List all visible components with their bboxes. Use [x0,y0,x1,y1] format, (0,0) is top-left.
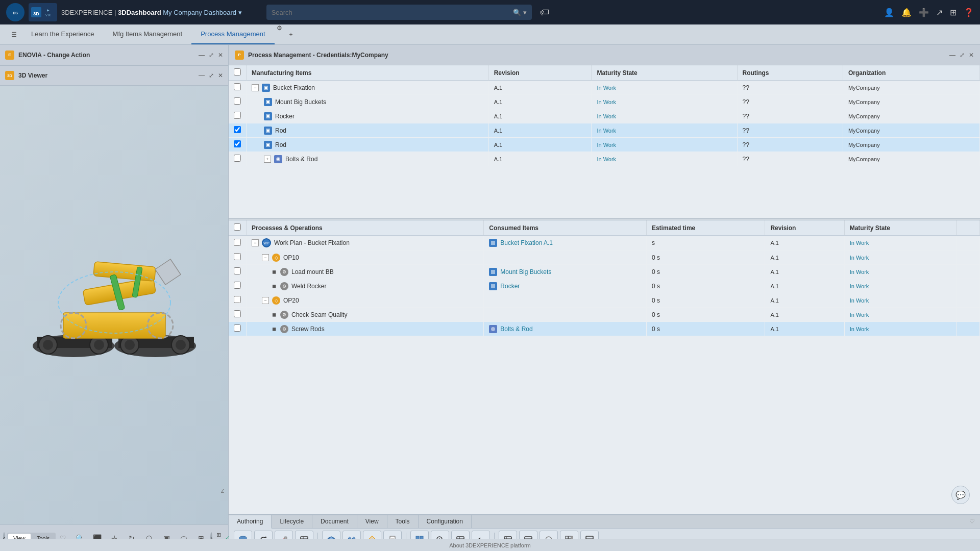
row-6-checkbox[interactable] [234,155,241,162]
row-1-collapse-btn[interactable]: − [252,84,259,91]
toolbar-tab-view[interactable]: View [357,515,387,528]
mfg-col-routings: Routings [737,65,843,81]
ds-logo[interactable]: DS [6,3,24,21]
proc-row-3-name-text: Load mount BB [291,268,334,276]
tab-learn[interactable]: Learn the Experience [22,24,104,44]
proc-row-3-consumed-link[interactable]: Mount Big Buckets [500,268,551,276]
pm-minimize-btn[interactable]: — [949,52,955,59]
proc-row-1-checkbox[interactable] [234,239,241,246]
add-icon[interactable]: ➕ [919,8,929,17]
tab-mfg[interactable]: Mfg Items Management [104,24,192,44]
proc-row-1-consumed: Bucket Fixation A.1 [484,236,647,251]
proc-row-7-checkbox[interactable] [234,324,241,332]
proc-row-5-maturity: In Work [844,293,956,308]
proc-row-6-checkbox[interactable] [234,310,241,317]
proc-row-1-time: s [646,236,765,251]
select-all-checkbox[interactable] [234,68,241,76]
svg-rect-41 [491,284,495,288]
search-bar[interactable]: 🔍 ▾ [266,5,532,20]
proc-row-5-consumed [484,293,647,308]
viewer-area[interactable]: Z [0,86,228,524]
row-4-name: Rod [247,123,489,138]
proc-row-2-collapse[interactable]: − [262,254,269,261]
dashboard-name[interactable]: My Company Dashboard [163,9,236,16]
proc-row-5-name: − ◇ OP20 [247,293,484,308]
proc-row-5-collapse[interactable]: − [262,297,269,304]
toolbar-tab-config[interactable]: Configuration [419,515,472,528]
viewer-header-actions: — ⤢ ✕ [199,72,223,79]
tab-process[interactable]: Process Management [191,24,274,44]
proc-row-6-task-indicator: ◼ [272,312,277,317]
mfg-select-all-header[interactable] [229,65,247,81]
toolbar-tab-document[interactable]: Document [312,515,357,528]
main-content: E ENOVIA - Change Action — ⤢ ✕ 3D 3D Vie… [0,45,980,551]
row-checkbox-cell[interactable] [229,81,247,95]
row-6-maturity: In Work [592,152,737,166]
proc-row-5-revision: A.1 [765,293,844,308]
row-4-checkbox[interactable] [234,126,241,133]
toolbar-tab-tools[interactable]: Tools [387,515,419,528]
toolbar-tab-lifecycle[interactable]: Lifecycle [272,515,312,528]
grid-apps-icon[interactable]: ⊞ [950,8,957,17]
pm-expand-btn[interactable]: ⤢ [960,52,965,59]
proc-row-3-consumed-icon [489,268,497,276]
user-icon[interactable]: 👤 [884,8,894,17]
proc-row-3-name: ◼ ⚙ Load mount BB [247,265,484,279]
row-1-checkbox[interactable] [234,83,241,90]
row-6-revision: A.1 [488,152,592,166]
brand-icon[interactable]: 3D ▶ V R [29,3,57,21]
pm-close-btn[interactable]: ✕ [969,52,974,59]
notifications-icon[interactable]: 🔔 [901,8,912,17]
tab-settings-icon[interactable]: ⚙ [275,24,284,44]
tab-add-button[interactable]: + [284,24,298,44]
enovia-title: ENOVIA - Change Action [18,52,194,59]
proc-row-1-maturity: In Work [844,236,956,251]
enovia-expand-btn[interactable]: ⤢ [209,52,214,59]
row-5-revision: A.1 [488,138,592,152]
row-5-checkbox[interactable] [234,140,241,147]
proc-select-all-checkbox[interactable] [234,223,241,231]
search-icon[interactable]: 🔍 [513,9,521,16]
proc-row-5-checkbox[interactable] [234,296,241,303]
proc-col-time: Estimated time [646,220,765,236]
proc-row-4-checkbox[interactable] [234,282,241,289]
search-input[interactable] [272,9,513,16]
chat-help-icon[interactable]: 💬 [951,486,970,504]
enovia-minimize-btn[interactable]: — [199,52,205,59]
proc-row-5-extra [957,293,980,308]
proc-row-2-revision: A.1 [765,251,844,265]
row-2-checkbox[interactable] [234,97,241,105]
svg-rect-40 [491,270,495,274]
axes-indicator: Z [221,488,224,494]
row-2-maturity: In Work [592,95,737,109]
proc-row-1-consumed-icon [489,239,497,247]
viewer-expand-btn[interactable]: ⤢ [209,72,214,79]
proc-row-1-name-text: Work Plan - Bucket Fixation [274,239,350,246]
table-row: − ◇ OP10 0 s A.1 In Work [229,251,980,265]
proc-row-2-time: 0 s [646,251,765,265]
viewer-minimize-btn[interactable]: — [199,72,205,79]
proc-row-3-checkbox[interactable] [234,267,241,274]
3d-model-view [22,223,206,387]
row-5-item-icon [264,141,272,149]
help-icon[interactable]: ❓ [964,8,974,17]
row-6-expand-btn[interactable]: + [264,156,271,163]
proc-select-all-header[interactable] [229,220,247,236]
viewer-close-btn[interactable]: ✕ [218,72,223,79]
row-6-name: + Bolts & Rod [247,152,489,166]
hamburger-menu[interactable]: ☰ [6,24,22,44]
proc-row-4-consumed-link[interactable]: Rocker [500,283,520,290]
search-options-icon[interactable]: ▾ [523,9,527,16]
enovia-close-btn[interactable]: ✕ [218,52,223,59]
table-row: − ◇ OP20 0 s A.1 In Work [229,293,980,308]
toolbar-tab-authoring[interactable]: Authoring [229,515,272,529]
toolbar-heart-icon[interactable]: ♡ [964,515,980,528]
proc-row-2-checkbox[interactable] [234,253,241,260]
proc-row-1-collapse[interactable]: − [252,239,259,246]
row-4-name-text: Rod [275,127,286,134]
proc-row-1-consumed-link[interactable]: Bucket Fixation A.1 [500,239,553,246]
row-3-checkbox[interactable] [234,112,241,119]
share-icon[interactable]: ↗ [936,8,943,17]
proc-row-7-consumed-link[interactable]: Bolts & Rod [500,325,532,333]
tags-icon[interactable]: 🏷 [540,7,549,18]
